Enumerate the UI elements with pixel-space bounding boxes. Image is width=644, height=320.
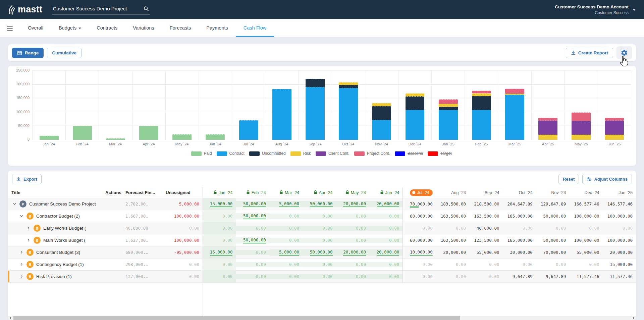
month-value-cell[interactable]: 0.00 — [269, 274, 303, 279]
month-value-cell[interactable]: 183,500.00 — [436, 201, 469, 207]
legend-item-risk[interactable]: Risk — [290, 151, 311, 156]
scroll-left-arrow[interactable] — [8, 316, 13, 320]
month-value-cell[interactable]: 50,000.00 — [536, 214, 569, 219]
adjust-columns-button[interactable]: Adjust Columns — [582, 174, 632, 184]
range-button[interactable]: Range — [12, 48, 44, 58]
table-row[interactable]: BConsultant Budget (3)680,000.…-95,000.0… — [8, 246, 636, 259]
month-value-cell[interactable]: 0.00 — [203, 210, 236, 222]
month-value-cell[interactable]: 55,000.00 — [469, 250, 502, 255]
tab-budgets[interactable]: Budgets — [51, 19, 89, 37]
legend-item-target[interactable]: Target — [428, 151, 451, 156]
month-value-cell[interactable]: 0.00 — [369, 262, 402, 267]
month-value-cell[interactable]: 166,577.46 — [569, 201, 602, 207]
scroll-right-arrow[interactable] — [631, 316, 636, 320]
month-value-cell[interactable]: 20,000.00 — [369, 201, 402, 207]
tab-overall[interactable]: Overall — [20, 19, 51, 37]
month-value-cell[interactable]: 0.00 — [236, 226, 269, 231]
month-value-cell[interactable]: 60,000.00 — [402, 234, 436, 246]
month-value-cell[interactable]: 0.00 — [203, 234, 236, 246]
month-value-cell[interactable]: 0.00 — [436, 226, 469, 231]
month-value-cell[interactable]: 5,000.00 — [269, 201, 303, 207]
month-value-cell[interactable]: 30,000.00 — [502, 250, 536, 255]
month-value-cell[interactable]: 0.00 — [469, 262, 502, 267]
horizontal-scrollbar[interactable] — [8, 316, 636, 320]
month-value-cell[interactable]: 0.00 — [203, 222, 236, 234]
month-value-cell[interactable]: 20,000.00 — [369, 249, 402, 256]
legend-item-client-cont[interactable]: Client Cont. — [316, 151, 350, 156]
month-value-cell[interactable]: 11,577.46 — [569, 274, 602, 279]
month-value-cell[interactable]: 100,000.00 — [569, 214, 602, 219]
table-row[interactable]: PCustomer Success Demo Project2,782,00…5… — [8, 198, 636, 210]
tab-contracts[interactable]: Contracts — [89, 19, 125, 37]
month-value-cell[interactable]: 0.00 — [336, 274, 369, 279]
chevron-right-icon[interactable] — [20, 250, 24, 254]
legend-item-baseline[interactable]: Baseline — [395, 151, 423, 156]
month-value-cell[interactable]: 0.00 — [369, 214, 402, 219]
legend-item-uncommitted[interactable]: Uncommitted — [249, 151, 286, 156]
export-button[interactable]: Export — [12, 174, 42, 184]
search-icon[interactable] — [144, 6, 149, 11]
month-value-cell[interactable]: 50,000.00 — [303, 249, 336, 256]
month-value-cell[interactable]: 0.00 — [402, 271, 436, 282]
legend-item-contract[interactable]: Contract — [217, 151, 245, 156]
month-value-cell[interactable]: 0.00 — [269, 214, 303, 219]
chevron-right-icon[interactable] — [27, 238, 31, 242]
reset-button[interactable]: Reset — [558, 174, 579, 184]
month-value-cell[interactable]: 15,000.00 — [203, 198, 236, 210]
month-value-cell[interactable]: 0.00 — [236, 250, 269, 255]
month-value-cell[interactable]: 0.00 — [402, 259, 436, 270]
month-value-cell[interactable]: 70,000.00 — [402, 198, 436, 210]
month-value-cell[interactable]: 20,000.00 — [336, 201, 369, 207]
month-value-cell[interactable]: 9,647.89 — [502, 274, 536, 279]
month-value-cell[interactable]: 20,000.00 — [603, 250, 636, 255]
month-value-cell[interactable]: 0.00 — [502, 262, 536, 267]
scrollbar-track[interactable] — [13, 316, 631, 320]
month-value-cell[interactable]: 0.00 — [369, 226, 402, 231]
month-value-cell[interactable]: 0.00 — [269, 262, 303, 267]
month-value-cell[interactable]: 204,647.89 — [502, 201, 536, 207]
month-value-cell[interactable]: 55,000.00 — [569, 250, 602, 255]
tab-cash-flow[interactable]: Cash Flow — [236, 19, 274, 37]
month-value-cell[interactable]: 50,000.00 — [236, 213, 269, 219]
chevron-right-icon[interactable] — [27, 226, 31, 230]
month-value-cell[interactable]: 0.00 — [303, 238, 336, 243]
month-value-cell[interactable]: 0.00 — [336, 238, 369, 243]
tab-payments[interactable]: Payments — [199, 19, 235, 37]
month-value-cell[interactable]: 0.00 — [436, 262, 469, 267]
month-value-cell[interactable]: 0.00 — [336, 214, 369, 219]
mastt-logo[interactable]: mastt — [8, 4, 43, 15]
month-value-cell[interactable]: 10,000.00 — [402, 246, 436, 258]
chevron-right-icon[interactable] — [20, 263, 24, 266]
month-value-cell[interactable]: 0.00 — [203, 271, 236, 282]
month-value-cell[interactable]: 20,000.00 — [336, 249, 369, 256]
month-value-cell[interactable]: 50,000.00 — [236, 201, 269, 207]
month-value-cell[interactable]: 0.00 — [436, 274, 469, 279]
legend-item-paid[interactable]: Paid — [191, 151, 212, 156]
month-value-cell[interactable]: 0.00 — [369, 274, 402, 279]
month-value-cell[interactable]: 0.00 — [336, 226, 369, 231]
month-value-cell[interactable]: 5,000.00 — [269, 249, 303, 256]
month-value-cell[interactable]: 146,577.46 — [603, 201, 636, 207]
table-row[interactable]: BContractor Budget (2)1,667,00…100,000.0… — [8, 210, 636, 222]
month-value-cell[interactable]: 100,000.00 — [603, 214, 636, 219]
legend-item-project-cont[interactable]: Project Cont. — [354, 151, 390, 156]
month-value-cell[interactable]: 0.00 — [402, 222, 436, 234]
chevron-down-icon[interactable] — [20, 214, 24, 218]
month-value-cell[interactable]: 50,000.00 — [236, 237, 269, 243]
settings-button[interactable] — [616, 46, 632, 59]
month-value-cell[interactable]: 0.00 — [369, 238, 402, 243]
month-value-cell[interactable]: 165,000.00 — [502, 214, 536, 219]
month-value-cell[interactable]: 20,000.00 — [436, 250, 469, 255]
month-value-cell[interactable]: 163,500.00 — [436, 238, 469, 243]
project-search[interactable]: Customer Success Demo Project — [52, 5, 150, 14]
month-value-cell[interactable]: 0.00 — [569, 226, 602, 231]
month-value-cell[interactable]: 0.00 — [502, 226, 536, 231]
month-value-cell[interactable]: 0.00 — [469, 274, 502, 279]
month-value-cell[interactable]: 100,000.00 — [603, 238, 636, 243]
chevron-down-icon[interactable] — [13, 202, 17, 206]
month-value-cell[interactable]: 218,500.00 — [469, 201, 502, 207]
cumulative-button[interactable]: Cumulative — [47, 48, 82, 58]
month-value-cell[interactable]: 70,000.00 — [536, 250, 569, 255]
month-value-cell[interactable]: 15,000.00 — [203, 246, 236, 258]
table-row[interactable]: BRisk Provision (1)137,000.…0.000.000.00… — [8, 271, 636, 283]
